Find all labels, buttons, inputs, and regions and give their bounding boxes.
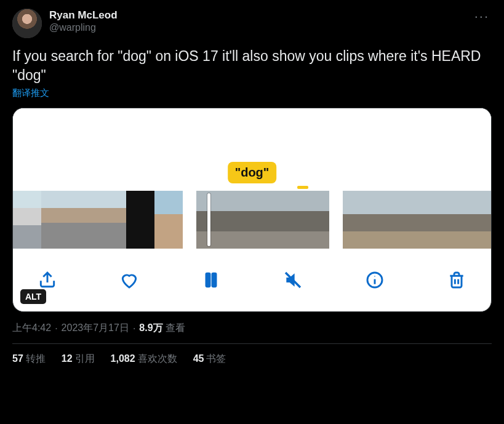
timeline-thumb [444,191,469,249]
heart-icon[interactable] [119,270,139,290]
timeline-thumb [393,191,418,249]
meta-separator: · [54,323,58,334]
info-icon[interactable] [365,270,385,290]
timeline-thumb [70,191,98,249]
clip-group-1 [13,191,183,249]
author-block[interactable]: Ryan McLeod @warpling [49,9,118,34]
trash-icon[interactable] [447,270,466,290]
svg-rect-1 [212,273,216,286]
likes-label: 喜欢次数 [138,353,177,364]
search-caption-tag: "dog" [228,162,277,183]
retweets-stat[interactable]: 57转推 [12,353,46,366]
media-top-area: "dog" [13,108,491,191]
tweet-date[interactable]: 2023年7月17日 [62,322,129,335]
more-options-button[interactable]: ··· [474,9,489,25]
views-count: 8.9万 [139,322,162,335]
alt-badge[interactable]: ALT [20,289,46,304]
quotes-count: 12 [62,353,73,364]
timeline-thumb [418,191,444,249]
tweet-text: If you search for "dog" on iOS 17 it'll … [12,47,492,85]
timeline-thumb [469,191,492,249]
quotes-label: 引用 [75,353,95,364]
clip-group-3 [343,191,492,249]
clip-group-2 [196,191,329,249]
engagement-stats: 57转推 12引用 1,082喜欢次数 45书签 [12,344,492,366]
avatar[interactable] [12,9,42,38]
retweets-label: 转推 [26,353,46,364]
timeline-thumb [154,191,183,249]
bookmarks-stat[interactable]: 45书签 [193,353,226,366]
tweet-meta: 上午4:42 · 2023年7月17日 · 8.9万 查看 [12,312,492,343]
share-icon[interactable] [38,270,57,290]
timeline-thumb [126,191,154,249]
playhead[interactable] [207,193,210,246]
timeline-thumb [13,191,41,249]
bookmarks-label: 书签 [206,353,226,364]
timeline-thumb [230,191,263,249]
media-attachment[interactable]: "dog" [12,108,492,312]
svg-point-5 [374,276,375,277]
bookmarks-count: 45 [193,353,204,364]
retweets-count: 57 [12,353,23,364]
tweet-header: Ryan McLeod @warpling [12,9,492,38]
timeline-thumb [98,191,126,249]
pause-icon[interactable] [201,270,221,290]
mute-icon[interactable] [283,270,303,290]
timeline-marker [297,186,308,189]
translate-link[interactable]: 翻译推文 [12,87,492,99]
video-timeline[interactable] [13,191,491,249]
timeline-thumb [343,191,368,249]
timeline-thumb [263,191,296,249]
timeline-thumb [296,191,329,249]
svg-rect-0 [206,273,210,286]
meta-separator: · [132,323,137,334]
media-toolbar [13,249,491,298]
tweet-container: ··· Ryan McLeod @warpling If you search … [0,0,504,366]
timeline-thumb [368,191,393,249]
author-handle: @warpling [49,22,118,34]
views-label: 查看 [166,322,185,335]
likes-stat[interactable]: 1,082喜欢次数 [111,353,177,366]
timeline-thumb [41,191,70,249]
tweet-time[interactable]: 上午4:42 [12,322,51,335]
likes-count: 1,082 [111,353,135,364]
quotes-stat[interactable]: 12引用 [62,353,95,366]
author-display-name: Ryan McLeod [49,9,118,22]
timeline-thumb [196,191,230,249]
